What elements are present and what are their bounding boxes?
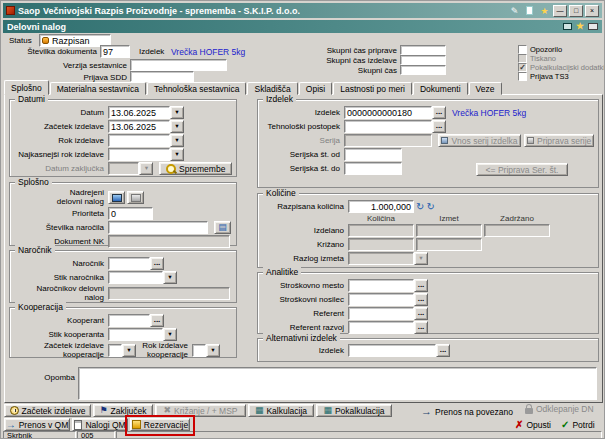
referent-field[interactable] [348,307,414,320]
annotation-highlight-rezervacije [125,415,195,436]
zacetek-izdelave-field[interactable]: 13.06.2025 [108,120,170,133]
tab-materialna-sestavnica[interactable]: Materialna sestavnica [50,82,146,95]
referent-razvoj-lookup-button[interactable]: ... [414,321,428,334]
tab-veze[interactable]: Veze [469,82,502,95]
rok-kooperacije-dropdown-button[interactable]: ▼ [206,344,220,357]
narocnik-label: Naročnik [14,259,108,268]
stevilka-narocila-field[interactable] [108,221,208,234]
serijska-od-field[interactable] [344,148,402,161]
maximize-button[interactable]: □ [569,5,583,17]
stik-narocnika-field[interactable] [108,271,163,284]
stroskovni-nosilec-field[interactable] [348,293,414,306]
tab-tehnoloska-sestavnica[interactable]: Tehnološka sestavnica [147,82,247,95]
stik-kooperanta-field[interactable] [108,328,163,341]
stik-narocnika-dropdown-button[interactable]: ▼ [163,271,177,284]
alternativni-izdelek-lookup-button[interactable]: ... [436,344,450,357]
izdelek-lookup-button[interactable]: ... [432,106,446,119]
potrdi-button[interactable]: ✓ Potrdi [561,420,595,430]
recalc-icon[interactable]: ↻ [416,202,424,212]
zacetek-izdelave-button[interactable]: Začetek izdelave [4,404,91,417]
edit-icon[interactable]: ✎ [508,5,521,16]
stroskovno-mesto-lookup-button[interactable]: ... [414,279,428,292]
kooperant-lookup-button[interactable]: ... [150,314,164,327]
datum-field[interactable]: 13.06.2025 [108,106,170,119]
referent-razvoj-field[interactable] [348,321,414,334]
time-prep-field[interactable] [400,45,446,55]
prenos-na-povezano-button[interactable]: → Prenos na povezano [421,406,513,417]
doc-number-field[interactable]: 97 [100,45,130,58]
pokalkulacija-button[interactable]: ▦ Pokalkulacija [316,404,392,417]
zacetek-izdelave-dropdown-button[interactable]: ▼ [170,120,184,133]
checkbox-prijava-ts3[interactable]: Prijava TS3 [518,72,569,81]
zacetek-izdelave-button-label: Začetek izdelave [22,406,86,416]
parent-order-lookup-button[interactable] [108,191,125,204]
referent-label: Referent [262,309,348,318]
printer-icon[interactable] [588,23,598,30]
izdelek-code-field[interactable]: 0000000000180 [344,106,432,119]
time-total-field[interactable] [400,65,446,75]
group-splosno: Splošno Nadrejenidelovni nalog Prioritet… [9,182,237,246]
opomba-textarea[interactable] [78,367,597,400]
rok-izdelave-dropdown-button[interactable]: ▼ [170,134,184,147]
stroskovni-nosilec-lookup-button[interactable]: ... [414,293,428,306]
spremembe-button[interactable]: Spremembe [159,162,232,175]
close-button[interactable]: × [585,5,599,17]
zacetek-kooperacije-dropdown-button[interactable]: ▼ [122,344,136,357]
razpisana-kolicina-field[interactable]: 1.000,000 [348,200,414,213]
chevron-down-icon: ▼ [210,348,215,354]
datum-zakljucka-dropdown-button: ▼ [139,162,153,175]
document-icon[interactable] [523,5,536,16]
tab-splosno[interactable]: Splošno [4,80,49,95]
checkbox-opozorilo[interactable]: Opozorilo [518,45,562,54]
order-book-button[interactable]: ▤ [214,221,231,234]
recalc-all-icon[interactable]: ↻ [426,202,434,212]
stik-kooperanta-dropdown-button[interactable]: ▼ [163,328,177,341]
najkasnejsi-rok-field[interactable] [108,148,170,161]
nalogi-qm-button[interactable]: Nalogi QM [72,418,128,431]
rok-izdelave-field[interactable] [108,134,170,147]
minimize-button[interactable]: — [553,5,567,17]
narocnik-lookup-button[interactable]: ... [150,257,164,270]
zacetek-kooperacije-field[interactable] [108,344,122,357]
tehnoloski-postopek-field[interactable] [344,120,432,133]
tab-dokumenti[interactable]: Dokumenti [413,82,468,95]
prenos-v-qm-button[interactable]: → Prenos v QM [4,418,70,431]
krizanje-msp-button-label: Križanje / + MSP [174,406,238,416]
cross-icon: ✖ [163,406,171,415]
krizano-kolicina-field [348,238,414,251]
tab-skladisca[interactable]: Skladišča [247,82,297,95]
opusti-button[interactable]: ✗ Opusti [515,420,551,430]
tab-opisi[interactable]: Opisi [299,82,332,95]
checkbox-box[interactable] [518,45,527,54]
narocnik-field[interactable] [108,257,150,270]
najkasnejsi-rok-dropdown-button[interactable]: ▼ [170,148,184,161]
serijska-do-field[interactable] [344,162,402,175]
vnos-serij-button: Vnos serij izdelka [438,134,522,147]
star-icon[interactable]: ★ [538,5,551,16]
checkbox-box[interactable] [518,72,527,81]
image-icon[interactable] [563,23,572,30]
datum-dropdown-button[interactable]: ▼ [170,106,184,119]
zacetek-kooperacije-label: Začetek izdelavekooperacije [14,342,108,359]
priprava-ser-st-button: <= Priprava Ser. št. [476,163,568,176]
bom-version-field[interactable] [130,59,227,71]
chevron-down-icon: ▼ [174,110,179,116]
rok-kooperacije-field[interactable] [192,344,206,357]
kooperant-field[interactable] [108,314,150,327]
tab-lastnosti-po-meri[interactable]: Lastnosti po meri [333,82,412,95]
prioriteta-field[interactable]: 0 [108,207,153,220]
opusti-label: Opusti [526,420,551,430]
parent-order-open-button [127,191,144,204]
alternativni-izdelek-field[interactable] [348,344,436,357]
priprava-serije-label: Priprava serije [537,136,591,146]
star-icon[interactable]: ★ [576,22,584,31]
time-make-field[interactable] [400,55,446,65]
alternativni-izdelek-label: Izdelek [262,346,348,355]
rok-kooperacije-label: Rok izdelavekooperacije [136,342,192,359]
calculator-icon: ▦ [255,406,264,415]
referent-lookup-button[interactable]: ... [414,307,428,320]
kalkulacija-button[interactable]: ▦ Kalkulacija [248,404,314,417]
stroskovno-mesto-field[interactable] [348,279,414,292]
tehnoloski-postopek-lookup-button[interactable]: ... [432,120,446,133]
window-title: Večnivojski Razpis Proizvodnje - spremem… [43,6,300,16]
